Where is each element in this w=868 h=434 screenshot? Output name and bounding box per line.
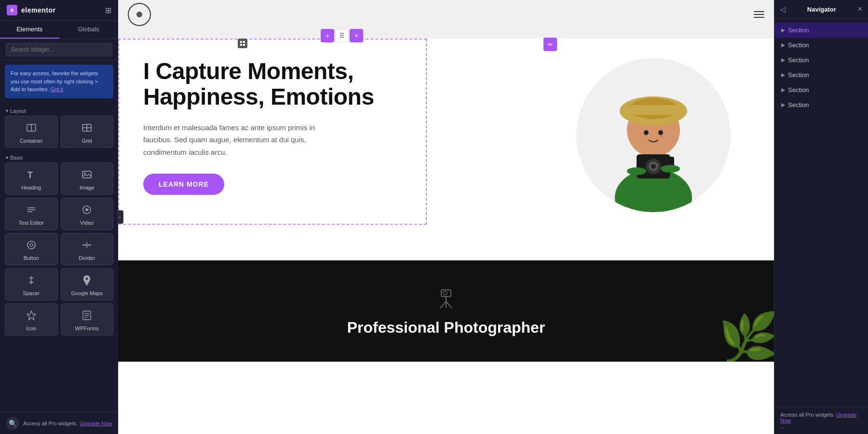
navigator-close-button[interactable]: × xyxy=(858,5,862,14)
google-maps-icon xyxy=(81,274,93,287)
canvas-bg: I Capture Moments, Happiness, Emotions I… xyxy=(118,39,774,434)
svg-marker-16 xyxy=(86,243,88,244)
grid-label: Grid xyxy=(82,138,92,144)
basic-widget-grid: T Heading Image xyxy=(5,163,113,336)
widget-grid[interactable]: Grid xyxy=(61,116,114,148)
svg-rect-42 xyxy=(441,290,451,297)
footer-text: Access all Pro widgets. xyxy=(23,420,78,426)
widget-image[interactable]: Image xyxy=(61,163,114,195)
nav-arrow-3: ▶ xyxy=(781,57,785,63)
divider-icon xyxy=(81,239,93,252)
widget-text-editor[interactable]: Text Editor xyxy=(5,198,58,230)
svg-point-13 xyxy=(27,241,35,249)
sidebar-collapse-handle[interactable]: ‹ xyxy=(117,210,123,224)
navigator-title: Navigator xyxy=(807,6,836,13)
search-input[interactable] xyxy=(6,43,112,56)
top-bar xyxy=(118,0,774,29)
svg-point-7 xyxy=(84,173,86,174)
learn-more-button[interactable]: LEARN MORE xyxy=(143,174,224,195)
navigator-footer-text: Access all Pro widgets. xyxy=(780,412,835,418)
nav-item-section6[interactable]: ▶ Section xyxy=(774,97,868,112)
widget-google-maps[interactable]: Google Maps xyxy=(61,268,114,300)
nav-item-section4[interactable]: ▶ Section xyxy=(774,68,868,82)
navigator-ellipsis: ... xyxy=(780,423,785,429)
icon-label: Icon xyxy=(26,326,36,331)
nav-items: ▶ Section ▶ Section ▶ Section ▶ Section … xyxy=(774,19,868,407)
section-add-button[interactable]: + xyxy=(321,29,334,42)
nav-arrow-2: ▶ xyxy=(781,42,785,48)
header-icons: ⊞ xyxy=(105,6,111,15)
navigator-header: ◁ Navigator × xyxy=(774,0,868,19)
sidebar-tabs: Elements Globals xyxy=(0,21,118,39)
search-bar xyxy=(0,39,118,61)
got-it-link[interactable]: Got it xyxy=(51,86,63,92)
svg-point-14 xyxy=(30,244,33,246)
svg-rect-6 xyxy=(82,171,91,178)
video-label: Video xyxy=(80,220,94,226)
section-grid-indicator xyxy=(238,39,247,48)
button-icon xyxy=(26,239,37,252)
section-close-button[interactable]: × xyxy=(350,29,363,42)
grid-menu-icon[interactable]: ⊞ xyxy=(105,6,111,15)
widget-button[interactable]: Button xyxy=(5,233,58,265)
widget-spacer[interactable]: Spacer xyxy=(5,268,58,300)
left-sidebar: e elementor ⊞ Elements Globals For easy … xyxy=(0,0,118,434)
widget-heading[interactable]: T Heading xyxy=(5,163,58,195)
nav-item-section1[interactable]: ▶ Section xyxy=(774,23,868,38)
svg-point-39 xyxy=(661,165,680,173)
nav-item-section5[interactable]: ▶ Section xyxy=(774,82,868,97)
nav-item-section3[interactable]: ▶ Section xyxy=(774,53,868,68)
pencil-edit-button[interactable]: ✏ xyxy=(543,38,557,51)
svg-point-36 xyxy=(651,164,656,169)
widget-container[interactable]: Container xyxy=(5,116,58,148)
hero-white-section: I Capture Moments, Happiness, Emotions I… xyxy=(118,39,774,260)
widget-icon[interactable]: Icon xyxy=(5,303,58,336)
hamburger-menu[interactable] xyxy=(754,11,764,18)
widget-divider[interactable]: Divider xyxy=(61,233,114,265)
tab-elements[interactable]: Elements xyxy=(0,21,59,39)
container-label: Container xyxy=(20,138,43,144)
icon-widget-icon xyxy=(26,310,37,323)
section-move-button[interactable]: ⠿ xyxy=(335,29,349,42)
svg-text:T: T xyxy=(27,170,33,180)
nav-arrow-4: ▶ xyxy=(781,72,785,78)
svg-point-43 xyxy=(443,291,447,295)
google-maps-label: Google Maps xyxy=(71,290,103,296)
heading-icon: T xyxy=(26,169,37,182)
text-editor-icon xyxy=(26,204,37,217)
layout-section-title: Layout xyxy=(5,105,113,116)
video-icon xyxy=(81,204,93,217)
nav-arrow-5: ▶ xyxy=(781,87,785,93)
grid-widget-icon xyxy=(81,122,93,135)
selected-column[interactable]: I Capture Moments, Happiness, Emotions I… xyxy=(118,39,427,225)
widget-wpforms[interactable]: WPForms xyxy=(61,303,114,336)
navigator-back-button[interactable]: ◁ xyxy=(780,5,786,13)
spacer-label: Spacer xyxy=(23,290,40,296)
image-icon xyxy=(81,169,93,182)
svg-point-32 xyxy=(658,130,663,135)
wpforms-icon xyxy=(81,310,93,323)
search-footer-icon: 🔍 xyxy=(6,417,19,430)
wpforms-label: WPForms xyxy=(75,326,99,331)
app-title: elementor xyxy=(21,6,55,14)
nav-item-section2[interactable]: ▶ Section xyxy=(774,38,868,53)
photographer-container xyxy=(571,43,735,227)
tab-globals[interactable]: Globals xyxy=(59,21,119,39)
widget-section: Layout Container xyxy=(0,102,118,413)
hero-heading: I Capture Moments, Happiness, Emotions xyxy=(143,59,402,110)
svg-rect-30 xyxy=(629,105,678,115)
nav-arrow-1: ▶ xyxy=(781,27,785,33)
photographer-svg xyxy=(581,63,726,212)
info-banner: For easy access, favorite the widgets yo… xyxy=(5,65,113,98)
camera-tripod-icon xyxy=(434,286,459,313)
leaf-decoration: 🌿 xyxy=(719,310,774,362)
spacer-icon xyxy=(26,274,37,287)
widget-video[interactable]: Video xyxy=(61,198,114,230)
focus-indicator[interactable] xyxy=(128,3,151,26)
svg-marker-17 xyxy=(86,246,88,247)
svg-point-40 xyxy=(644,135,646,137)
container-icon xyxy=(26,122,37,135)
sidebar-footer: 🔍 Access all Pro widgets. Upgrade Now xyxy=(0,412,118,434)
svg-point-38 xyxy=(627,167,646,175)
upgrade-now-link[interactable]: Upgrade Now xyxy=(80,420,112,426)
